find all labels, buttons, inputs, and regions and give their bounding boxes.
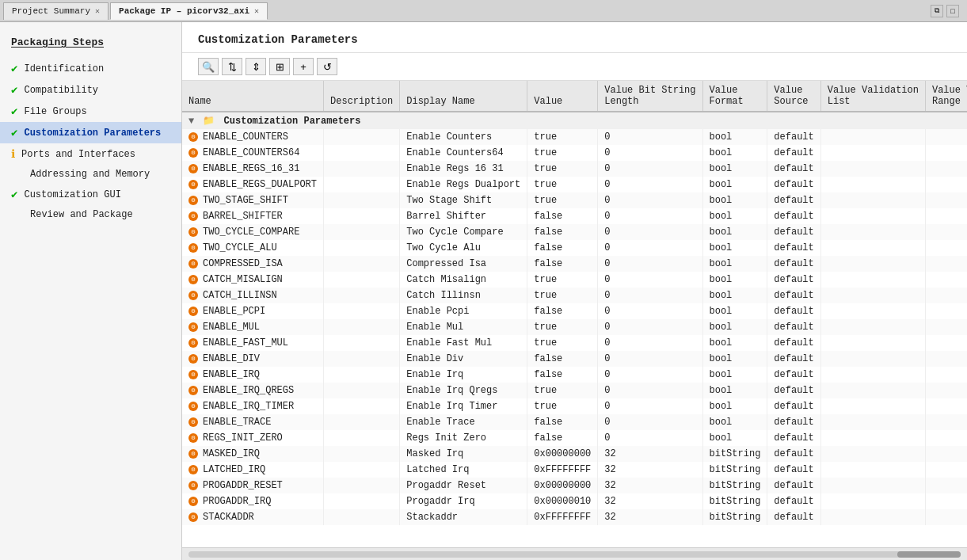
cell-val-range-max	[925, 367, 967, 383]
tab-close-project[interactable]: ✕	[95, 6, 100, 16]
add-button[interactable]: +	[293, 58, 314, 75]
refresh-button[interactable]: ↺	[317, 58, 337, 75]
cell-description	[324, 367, 400, 383]
group-button[interactable]: ⊞	[269, 58, 290, 75]
cell-val-list	[820, 414, 925, 430]
cell-format: bool	[702, 414, 767, 430]
table-row[interactable]: ⚙ENABLE_IRQ_TIMER Enable Irq Timer true …	[182, 398, 967, 414]
parameters-table-container[interactable]: Name Description Display Name Value Valu…	[182, 81, 967, 547]
table-row[interactable]: ⚙ENABLE_DIV Enable Div false 0 bool defa…	[182, 351, 967, 367]
table-body: ▼ 📁 Customization Parameters ⚙ENABLE_COU…	[182, 112, 967, 525]
table-row[interactable]: ⚙REGS_INIT_ZERO Regs Init Zero false 0 b…	[182, 430, 967, 446]
cell-display-name: Stackaddr	[400, 509, 527, 525]
cell-value: false	[527, 208, 598, 224]
tab-label-active: Package IP – picorv32_axi	[119, 6, 249, 16]
maximize-button[interactable]: □	[946, 5, 959, 17]
scrollbar-thumb[interactable]	[897, 551, 961, 558]
restore-button[interactable]: ⧉	[931, 5, 943, 17]
cell-val-range-max	[925, 383, 967, 398]
cell-val-list	[820, 367, 925, 383]
cell-val-list	[820, 208, 925, 224]
scrollbar-area[interactable]	[182, 547, 967, 560]
table-row[interactable]: ⚙TWO_STAGE_SHIFT Two Stage Shift true 0 …	[182, 192, 967, 208]
cell-name: ⚙MASKED_IRQ	[182, 446, 324, 462]
table-row[interactable]: ⚙COMPRESSED_ISA Compressed Isa false 0 b…	[182, 256, 967, 272]
cell-format: bool	[702, 351, 767, 367]
group-row-label: ▼ 📁 Customization Parameters	[182, 112, 967, 129]
table-row[interactable]: ⚙ENABLE_FAST_MUL Enable Fast Mul true 0 …	[182, 335, 967, 351]
param-icon: ⚙	[188, 481, 198, 490]
cell-bit-length: 0	[598, 240, 702, 256]
sidebar-item-addressing-memory[interactable]: Addressing and Memory	[0, 165, 181, 184]
col-source: ValueSource	[767, 81, 820, 112]
horizontal-scrollbar[interactable]	[188, 551, 961, 558]
table-row[interactable]: ⚙PROGADDR_IRQ Progaddr Irq 0x00000010 32…	[182, 493, 967, 509]
cell-format: bool	[702, 288, 767, 303]
table-row[interactable]: ⚙TWO_CYCLE_ALU Two Cycle Alu false 0 boo…	[182, 240, 967, 256]
cell-val-range-max	[925, 446, 967, 462]
cell-bit-length: 0	[598, 208, 702, 224]
cell-val-list	[820, 256, 925, 272]
table-row[interactable]: ⚙LATCHED_IRQ Latched Irq 0xFFFFFFFF 32 b…	[182, 462, 967, 478]
col-display-name: Display Name	[400, 81, 527, 112]
check-icon: ✔	[11, 62, 17, 75]
cell-description	[324, 462, 400, 478]
table-row[interactable]: ⚙STACKADDR Stackaddr 0xFFFFFFFF 32 bitSt…	[182, 509, 967, 525]
sidebar-item-file-groups[interactable]: ✔ File Groups	[0, 101, 181, 122]
table-row[interactable]: ⚙BARREL_SHIFTER Barrel Shifter false 0 b…	[182, 208, 967, 224]
collapse-icon[interactable]: ▼	[188, 116, 194, 127]
table-row[interactable]: ⚙ENABLE_MUL Enable Mul true 0 bool defau…	[182, 319, 967, 335]
cell-description	[324, 414, 400, 430]
content-title: Customization Parameters	[182, 22, 967, 53]
tab-project-summary[interactable]: Project Summary ✕	[3, 2, 109, 20]
cell-description	[324, 272, 400, 288]
cell-value: false	[527, 224, 598, 240]
cell-bit-length: 32	[598, 446, 702, 462]
param-icon: ⚙	[188, 322, 198, 332]
param-icon: ⚙	[188, 148, 198, 158]
collapse-all-button[interactable]: ⇅	[222, 58, 242, 75]
cell-source: default	[767, 161, 820, 177]
cell-val-list	[820, 145, 925, 161]
table-row[interactable]: ⚙PROGADDR_RESET Progaddr Reset 0x0000000…	[182, 478, 967, 493]
table-row[interactable]: ⚙CATCH_MISALIGN Catch Misalign true 0 bo…	[182, 272, 967, 288]
table-row[interactable]: ⚙ENABLE_REGS_DUALPORT Enable Regs Dualpo…	[182, 177, 967, 192]
table-row[interactable]: ⚙MASKED_IRQ Masked Irq 0x00000000 32 bit…	[182, 446, 967, 462]
sidebar-item-customization-params[interactable]: ✔ Customization Parameters	[0, 122, 181, 143]
table-row[interactable]: ⚙ENABLE_COUNTERS64 Enable Counters64 tru…	[182, 145, 967, 161]
tab-close-package[interactable]: ✕	[254, 6, 259, 16]
table-row[interactable]: ⚙ENABLE_IRQ_QREGS Enable Irq Qregs true …	[182, 383, 967, 398]
group-row[interactable]: ▼ 📁 Customization Parameters	[182, 112, 967, 129]
cell-source: default	[767, 430, 820, 446]
sidebar-item-customization-gui[interactable]: ✔ Customization GUI	[0, 184, 181, 205]
tab-package-ip[interactable]: Package IP – picorv32_axi ✕	[110, 2, 268, 20]
param-icon: ⚙	[188, 338, 198, 348]
expand-all-button[interactable]: ⇕	[246, 58, 266, 75]
cell-bit-length: 0	[598, 303, 702, 319]
cell-display-name: Enable Irq Qregs	[400, 383, 527, 398]
table-row[interactable]: ⚙ENABLE_REGS_16_31 Enable Regs 16 31 tru…	[182, 161, 967, 177]
table-row[interactable]: ⚙ENABLE_IRQ Enable Irq false 0 bool defa…	[182, 367, 967, 383]
cell-name: ⚙CATCH_ILLINSN	[182, 288, 324, 303]
sidebar-item-identification[interactable]: ✔ Identification	[0, 58, 181, 79]
cell-val-list	[820, 129, 925, 145]
table-row[interactable]: ⚙TWO_CYCLE_COMPARE Two Cycle Compare fal…	[182, 224, 967, 240]
table-row[interactable]: ⚙ENABLE_COUNTERS Enable Counters true 0 …	[182, 129, 967, 145]
cell-value: true	[527, 398, 598, 414]
table-row[interactable]: ⚙ENABLE_TRACE Enable Trace false 0 bool …	[182, 414, 967, 430]
table-row[interactable]: ⚙ENABLE_PCPI Enable Pcpi false 0 bool de…	[182, 303, 967, 319]
cell-val-range-max	[925, 319, 967, 335]
cell-display-name: Enable Counters64	[400, 145, 527, 161]
cell-val-list	[820, 240, 925, 256]
cell-bit-length: 0	[598, 272, 702, 288]
cell-val-range-max	[925, 177, 967, 192]
cell-bit-length: 0	[598, 414, 702, 430]
cell-description	[324, 161, 400, 177]
sidebar-item-compatibility[interactable]: ✔ Compatibility	[0, 79, 181, 101]
table-row[interactable]: ⚙CATCH_ILLINSN Catch Illinsn true 0 bool…	[182, 288, 967, 303]
cell-value: false	[527, 367, 598, 383]
sidebar-item-ports-interfaces[interactable]: ℹ Ports and Interfaces	[0, 143, 181, 165]
cell-format: bool	[702, 319, 767, 335]
search-button[interactable]: 🔍	[198, 58, 219, 75]
sidebar-item-review-package[interactable]: Review and Package	[0, 205, 181, 224]
